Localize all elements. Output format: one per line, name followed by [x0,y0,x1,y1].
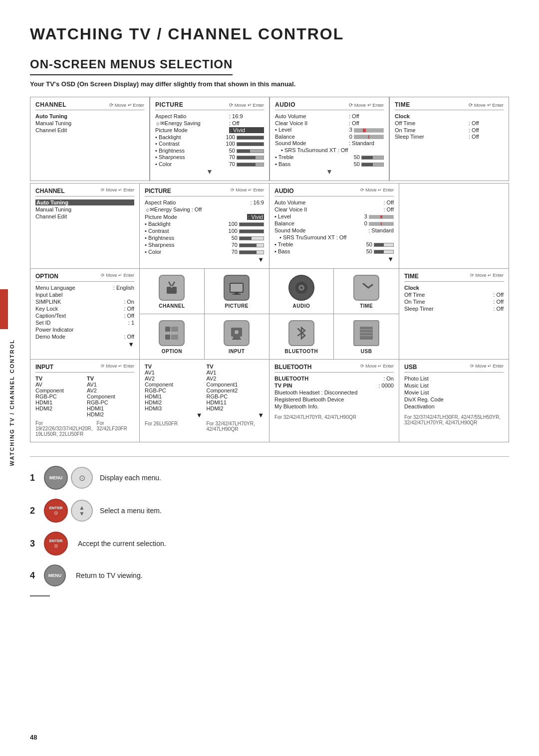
input-col1: TV AV Component RGB-PC HDMI1 HDMI2 [35,376,83,417]
audio-title: AUDIO [274,188,294,194]
step4-menu-icon[interactable]: MENU [44,565,66,586]
icon-bluetooth[interactable]: BLUETOOTH [270,314,334,359]
osd-top-row: CHANNEL ⟳ Move ↵ Enter Auto Tuning Manua… [30,97,509,181]
osd-icon-grid: CHANNEL PICTURE [140,269,399,360]
a-treble: • Treble50 [274,241,394,247]
step1-menu-icon[interactable]: MENU [44,466,68,490]
opt-demomode: Demo Mode: Off [35,334,134,340]
sound-mode-label: Sound Mode [275,140,306,146]
osd-off-time: Off Time : Off [395,120,504,126]
inp-rgbpc1: RGB-PC [35,393,83,399]
sound-mode-val: : Standard [349,140,384,146]
option-nav: ⟳ Move ↵ Enter [101,273,134,280]
step2-enter-icon[interactable]: ENTER ⊙ [44,499,68,523]
off-time-val: : Off [469,120,504,126]
backlight-label: • Backlight [155,134,181,140]
osd-channel-item-1: Auto Tuning [35,113,144,119]
isub2-av2: AV2 [207,376,265,381]
isub-comp: Component [145,381,203,387]
picture-header: PICTURE ⟳ Move ↵ Enter [145,188,264,196]
isub2-tv: TV [207,364,265,370]
usb-icon-img [353,320,379,346]
icon-usb[interactable]: USB [334,314,399,359]
step4-line [30,595,50,596]
side-label: WATCHING TV / CHANNEL CONTROL [9,339,15,466]
audio-header: AUDIO ⟳ Move ↵ Enter [274,188,394,196]
isub2-comp2: Component2 [207,387,265,393]
osd-level: • Level 3 [275,127,384,133]
osd-audio-header: AUDIO ⟳ Move ↵ Enter [275,101,384,110]
bt-status: BLUETOOTH: On [274,376,394,381]
icon-time[interactable]: TIME [334,269,399,314]
step-1: 1 MENU ⊙ Display each menu. [30,466,509,490]
osd-picture-box: PICTURE ⟳ Move ↵ Enter Aspect Ratio: 16:… [140,183,270,269]
bass-label: • Bass [275,161,290,167]
a-srs: • SRS TruSurround XT : Off [279,234,394,240]
input-sub-cols: TV AV1 AV2 Component RGB-PC HDMI1 HDMI2 … [145,364,264,432]
audio-svg [294,280,309,295]
icon-audio[interactable]: AUDIO [270,269,334,314]
osd-picture-title: PICTURE [155,101,183,108]
osd-audio: AUDIO ⟳ Move ↵ Enter Auto Volume : Off C… [270,97,389,181]
step-4-text: Return to TV viewing. [76,571,143,579]
p-mode: Picture Mode: Vivid [145,214,264,220]
osd-picture: PICTURE ⟳ Move ↵ Enter Aspect Ratio : 16… [150,97,270,181]
clear-voice-label: Clear Voice II [275,120,307,126]
picture-scroll-arrow: ▼ [155,168,264,176]
osd-option-box: OPTION ⟳ Move ↵ Enter Menu Language: Eng… [30,269,140,360]
step3-enter-icon[interactable]: ENTER ⊙ [44,532,68,556]
sharpness-val: 70 [229,154,264,160]
contrast-val: 100 [226,141,264,147]
option-svg [163,325,180,342]
step-2-text: Select a menu item. [100,507,162,515]
time-svg [358,280,374,296]
osd-channel-title: CHANNEL [35,101,66,108]
osd-input-box: INPUT ⟳ Move ↵ Enter TV AV Component RGB… [30,360,140,442]
osd-time: TIME ⟳ Move ↵ Enter Clock Off Time : Off… [389,97,509,181]
bt-myinfo: My Bluetooth Info. [274,403,394,409]
bluetooth-icon-label: BLUETOOTH [285,349,318,354]
osd-row1: CHANNEL ⟳ Move ↵ Enter Auto Tuning Manua… [30,183,509,269]
input-icon-label: INPUT [229,349,245,354]
step2-nav-icon[interactable]: ▲ ▼ [71,500,93,522]
osd-audio-box: AUDIO ⟳ Move ↵ Enter Auto Volume: Off Cl… [270,183,399,269]
osd-picture-header: PICTURE ⟳ Move ↵ Enter [155,101,264,110]
icon-picture[interactable]: PICTURE [205,269,270,314]
osd-row2: OPTION ⟳ Move ↵ Enter Menu Language: Eng… [30,269,509,360]
step1-nav-icon[interactable]: ⊙ [71,467,93,489]
page-title: WATCHING TV / CHANNEL CONTROL [30,25,509,43]
isub2-down: ▼ [207,411,265,419]
auto-vol-val: : Off [349,113,384,119]
input-sub-col2: TV AV1 AV2 Component1 Component2 RGB-PC … [207,364,265,432]
usb-deactivation: Deactivation [404,403,504,409]
osd-time-title: TIME [395,101,410,108]
input-columns: TV AV Component RGB-PC HDMI1 HDMI2 TV AV… [35,376,134,417]
icon-option[interactable]: OPTION [140,314,205,359]
step-4-icons: MENU [44,565,69,586]
osd-channel-header: CHANNEL ⟳ Move ↵ Enter [35,101,144,110]
icon-input[interactable]: INPUT [205,314,270,359]
a-clearvoice: Clear Voice II: Off [274,206,394,212]
level-val: 3 [349,127,384,133]
step-4-number: 4 [30,570,44,581]
svg-point-18 [235,330,239,334]
osd-bass: • Bass 50 [275,161,384,167]
osd-picture-energy: ☼✉Energy Saving : Off [155,120,264,127]
icon-channel[interactable]: CHANNEL [140,269,205,314]
audio-icon-img [288,275,314,301]
level-label: • Level [275,127,291,133]
isub-hdmi2: HDMI2 [145,399,203,405]
picture-down-arrow: ▼ [145,256,264,263]
osd-usb-box: USB ⟳ Move ↵ Enter Photo List Music List… [399,360,509,442]
inp-component1: Component [35,387,83,393]
isub-down: ▼ [145,411,203,419]
osd-treble: • Treble 50 [275,154,384,160]
picture-title: PICTURE [145,188,171,194]
auto-vol-label: Auto Volume [275,113,306,119]
bt-headset: Bluetooth Headset : Disconnected [274,389,394,395]
section-title: ON-SCREEN MENUS SELECTION [30,57,233,75]
osd-time-nav: ⟳ Move ↵ Enter [469,102,504,108]
picture-icon-label: PICTURE [225,303,248,309]
step-1-icons: MENU ⊙ [44,466,93,490]
step-2: 2 ENTER ⊙ ▲ ▼ Select a menu item. [30,499,509,523]
